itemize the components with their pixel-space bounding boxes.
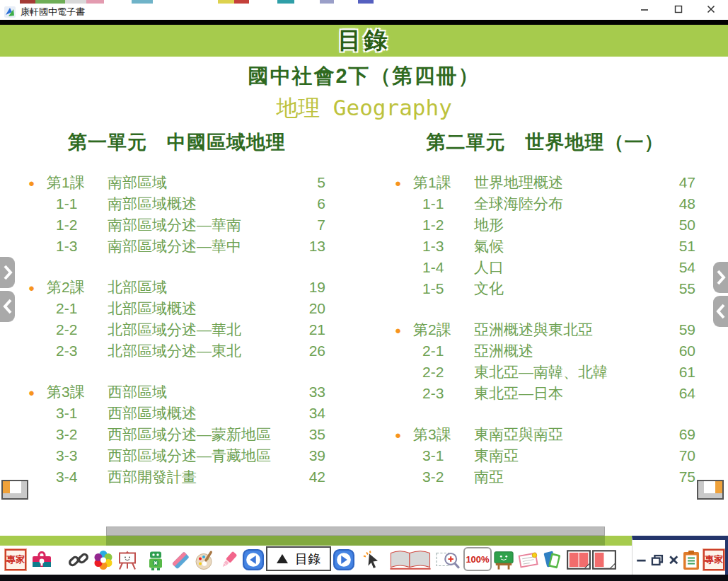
toc-row[interactable]: ●第2課亞洲概述與東北亞59 — [395, 319, 695, 340]
toc-entry-number: 第2課 — [47, 277, 108, 297]
toc-row[interactable]: ●第3課東南亞與南亞69 — [395, 424, 695, 445]
chevron-left-icon — [2, 297, 13, 316]
toc-row[interactable]: 2-1亞洲概述60 — [395, 340, 695, 362]
note-paper-icon[interactable] — [518, 549, 539, 570]
toc-entry-page: 5 — [291, 174, 325, 191]
two-page-view-icon[interactable] — [566, 549, 591, 570]
toc-entry-title: 北部區域分述—東北 — [108, 341, 291, 361]
toc-row[interactable]: ●第3課西部區域33 — [28, 381, 325, 403]
toc-row[interactable]: 1-2地形50 — [395, 214, 695, 236]
toc-row[interactable]: ●第2課北部區域19 — [28, 277, 325, 298]
recycle-robot-icon[interactable] — [145, 549, 166, 570]
toc-entry-title: 亞洲概述與東北亞 — [474, 320, 661, 340]
nav-back-tab-right[interactable] — [713, 296, 728, 327]
window-bottom-border — [0, 575, 728, 581]
toolbar-restore-button[interactable] — [649, 549, 665, 570]
prev-page-button[interactable] — [243, 549, 264, 570]
toc-column-unit2: 第二單元 世界地理（一） ●第1課世界地理概述471-1全球海陸分布481-2地… — [395, 130, 695, 507]
color-flower-icon[interactable] — [93, 549, 114, 570]
toc-row[interactable]: ●第1課南部區域5 — [28, 172, 325, 193]
page-corner-prev-button[interactable] — [1, 480, 28, 500]
toc-row[interactable]: 3-1西部區域概述34 — [28, 403, 325, 424]
toc-entry-title: 西部區域概述 — [108, 403, 291, 423]
devices-icon[interactable] — [542, 549, 563, 570]
toolbar-close-button[interactable] — [667, 549, 680, 570]
sections: ●第1課南部區域51-1南部區域概述61-2南部區域分述—華南71-3南部區域分… — [28, 172, 325, 488]
orange-bullet: ● — [395, 325, 413, 335]
clipboard-icon[interactable] — [681, 549, 702, 570]
toc-entry-page: 75 — [661, 468, 695, 485]
toc-row[interactable]: 1-1南部區域概述6 — [28, 193, 325, 214]
window-close-button[interactable] — [700, 1, 722, 17]
easel-icon[interactable] — [117, 549, 138, 570]
toc-entry-number: 3-4 — [47, 468, 108, 485]
highlighter-icon[interactable] — [218, 549, 239, 570]
toc-column-unit1: 第一單元 中國區域地理 ●第1課南部區域51-1南部區域概述61-2南部區域分述… — [28, 130, 325, 507]
toc-entry-page: 35 — [291, 426, 325, 443]
toc-entry-number: 2-1 — [47, 300, 108, 317]
toc-entry-page: 19 — [291, 279, 325, 296]
nav-back-tab-left[interactable] — [0, 291, 15, 322]
toc-row[interactable]: 1-1全球海陸分布48 — [395, 193, 695, 214]
book-subject: 地理 Geography — [0, 93, 728, 123]
corner-bottom-strip — [698, 493, 722, 498]
toc-entry-number: 1-2 — [47, 217, 108, 234]
toc-row[interactable]: 2-1北部區域概述20 — [28, 298, 325, 319]
toc-entry-page: 20 — [291, 300, 325, 317]
window-maximize-button[interactable] — [668, 1, 689, 17]
toolbar-minimize-button[interactable] — [635, 549, 648, 570]
toolbox-icon[interactable] — [31, 549, 52, 570]
zoom-level-button[interactable]: 100% — [463, 547, 492, 571]
toc-entry-page: 42 — [291, 468, 325, 485]
toc-row[interactable]: 2-2東北亞—南韓、北韓61 — [395, 362, 695, 383]
toc-entry-page: 50 — [661, 217, 695, 234]
book-spread-icon[interactable] — [388, 549, 433, 570]
palette-icon[interactable] — [194, 549, 215, 570]
pointer-tool-icon[interactable] — [362, 549, 383, 570]
toc-row[interactable]: 3-1東南亞70 — [395, 445, 695, 466]
toc-entry-title: 北部區域分述—華北 — [108, 320, 291, 340]
link-icon[interactable] — [68, 549, 89, 570]
page-corner-next-button[interactable] — [697, 480, 724, 500]
minimize-icon — [640, 4, 649, 14]
toc-entry-page: 64 — [661, 385, 695, 402]
toc-row[interactable]: 2-3東北亞—日本64 — [395, 383, 695, 404]
toc-entry-page: 55 — [661, 280, 695, 297]
unit-title: 第一單元 中國區域地理 — [28, 130, 325, 155]
toc-entry-title: 東南亞與南亞 — [474, 425, 661, 444]
toc-row[interactable]: 2-2北部區域分述—華北21 — [28, 319, 325, 340]
horizontal-scrollbar-thumb[interactable] — [106, 527, 605, 536]
toc-row[interactable]: 1-4人口54 — [395, 257, 695, 278]
toc-row[interactable]: 3-3西部區域分述—青藏地區39 — [28, 445, 325, 466]
toc-entry-title: 文化 — [474, 279, 661, 299]
toc-entry-title: 全球海陸分布 — [474, 194, 661, 214]
nav-forward-tab-right[interactable] — [713, 262, 728, 293]
toc-row[interactable]: 1-3氣候51 — [395, 236, 695, 257]
toc-row[interactable]: 2-3北部區域分述—東北26 — [28, 340, 325, 362]
toc-row[interactable]: 3-4西部開發計畫42 — [28, 466, 325, 488]
eraser-icon[interactable] — [170, 549, 191, 570]
window-minimize-button[interactable] — [634, 1, 655, 17]
zoom-area-icon[interactable] — [436, 549, 461, 570]
toc-entry-number: 1-5 — [413, 280, 474, 297]
toc-row[interactable]: 3-2西部區域分述—蒙新地區35 — [28, 424, 325, 445]
toc-entry-title: 氣候 — [474, 236, 661, 256]
toc-section: ●第2課北部區域192-1北部區域概述202-2北部區域分述—華北212-3北部… — [28, 277, 325, 362]
expert-mode-button-right[interactable]: 專家 — [703, 549, 724, 570]
toc-entry-number: 1-3 — [47, 238, 108, 255]
toc-row[interactable]: ●第1課世界地理概述47 — [395, 172, 695, 193]
toc-row[interactable]: 1-5文化55 — [395, 278, 695, 299]
app-logo-icon — [4, 6, 16, 18]
toc-entry-title: 亞洲概述 — [474, 341, 661, 361]
page-indicator[interactable]: 目錄 — [266, 546, 331, 571]
toc-row[interactable]: 1-2南部區域分述—華南7 — [28, 214, 325, 236]
one-page-view-icon[interactable] — [591, 549, 617, 570]
chevron-right-icon — [2, 263, 13, 282]
toc-row[interactable]: 3-2南亞75 — [395, 466, 695, 488]
toc-entry-number: 1-3 — [413, 238, 474, 255]
blackboard-icon[interactable] — [493, 549, 514, 570]
expert-mode-button[interactable]: 專家 — [5, 549, 26, 570]
nav-forward-tab-left[interactable] — [0, 257, 15, 288]
next-page-button[interactable] — [333, 549, 354, 570]
toc-row[interactable]: 1-3南部區域分述—華中13 — [28, 236, 325, 257]
